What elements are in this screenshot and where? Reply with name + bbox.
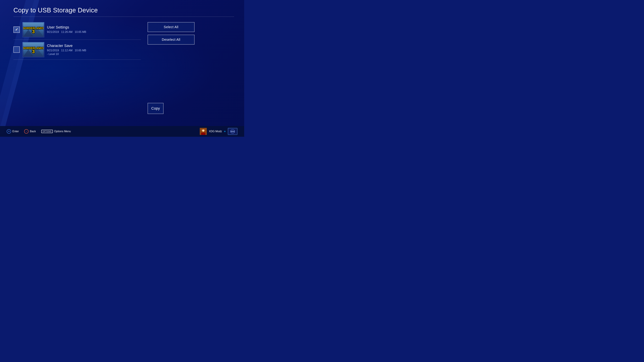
save-item-user-settings[interactable]: ✓ [14, 21, 141, 40]
enter-label: Enter [12, 130, 19, 133]
back-label: Back [30, 130, 36, 133]
enter-control: ✕ Enter [7, 129, 19, 134]
x-button-icon: ✕ [7, 129, 11, 134]
options-control: OPTIONS Options Menu [41, 130, 71, 133]
svg-rect-18 [201, 133, 206, 135]
save-name-1: User Settings [47, 25, 141, 29]
save-meta-2: 9/21/2019 11:12 AM 10.65 MB [47, 49, 141, 52]
save-name-2: Character Save [47, 43, 141, 48]
right-panel: Select All Deselect All Copy [148, 21, 194, 127]
game-thumbnail-2: BORDERLANDS BORDERLANDS 3 3 [22, 42, 44, 57]
user-info: XDG Modz + XDG [200, 128, 238, 135]
svg-rect-20 [202, 130, 202, 130]
user-name: XDG Modz [209, 130, 222, 133]
options-button-icon: OPTIONS [41, 130, 53, 133]
copy-button-container: Copy [148, 103, 194, 114]
save-meta-1: 9/21/2019 11:26 AM 10.65 MB [47, 30, 141, 33]
game-thumbnail-1: BORDERLANDS BORDERLANDS 3 3 [22, 22, 44, 37]
plus-icon: + [224, 130, 226, 133]
svg-text:XDG: XDG [230, 130, 235, 133]
page-title: Copy to USB Storage Device [14, 7, 234, 14]
checkmark-icon: ✓ [15, 28, 18, 31]
circle-button-icon: ○ [24, 129, 28, 134]
save-detail-2: - Level 10 [47, 53, 141, 56]
svg-point-19 [202, 130, 204, 132]
svg-rect-21 [204, 130, 205, 130]
save-item-character-save[interactable]: BORDERLANDS BORDERLANDS 3 3 Character Sa… [14, 40, 141, 60]
xdg-logo-badge: XDG [228, 128, 238, 135]
bottom-controls: ✕ Enter ○ Back OPTIONS Options Menu [7, 129, 200, 134]
checkbox-user-settings[interactable]: ✓ [14, 26, 20, 33]
deselect-all-button[interactable]: Deselect All [148, 35, 194, 44]
checkbox-character-save[interactable] [14, 46, 20, 53]
select-all-button[interactable]: Select All [148, 22, 194, 32]
title-divider [14, 16, 234, 17]
page-content: Copy to USB Storage Device ✓ [0, 0, 244, 137]
save-info-1: User Settings 9/21/2019 11:26 AM 10.65 M… [47, 25, 141, 34]
save-info-2: Character Save 9/21/2019 11:12 AM 10.65 … [47, 43, 141, 56]
options-menu-label: Options Menu [54, 130, 71, 133]
items-list: ✓ [14, 21, 141, 127]
svg-text:3: 3 [32, 29, 35, 34]
bottom-bar: ✕ Enter ○ Back OPTIONS Options Menu X [0, 126, 244, 137]
back-control: ○ Back [24, 129, 36, 134]
user-avatar [200, 128, 207, 135]
top-buttons: Select All Deselect All [148, 22, 194, 44]
svg-text:3: 3 [32, 49, 35, 54]
copy-button[interactable]: Copy [148, 103, 164, 114]
main-layout: ✓ [14, 21, 234, 127]
